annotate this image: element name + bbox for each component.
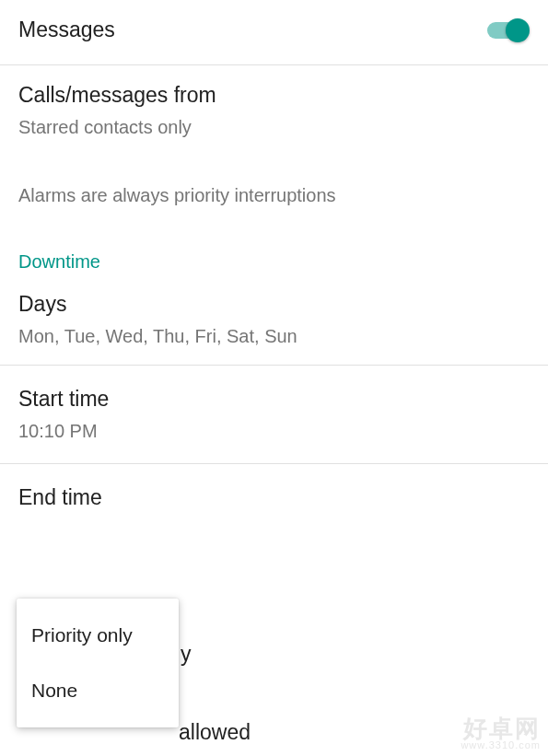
days-row[interactable]: Days Mon, Tue, Wed, Thu, Fri, Sat, Sun <box>0 282 548 366</box>
end-time-title: End time <box>18 484 530 512</box>
messages-row[interactable]: Messages <box>0 0 548 65</box>
watermark-main: 好卓网 <box>461 716 541 740</box>
interruptions-popup: Priority only None <box>17 599 179 727</box>
toggle-thumb <box>506 18 530 42</box>
end-time-row[interactable]: End time <box>0 464 548 529</box>
obscured-text-fragment-2: allowed <box>179 720 251 745</box>
popup-item-none[interactable]: None <box>17 663 179 718</box>
watermark: 好卓网 www.3310.com <box>461 716 541 750</box>
alarms-note: Alarms are always priority interruptions <box>0 156 548 226</box>
messages-label: Messages <box>18 17 115 44</box>
days-subtitle: Mon, Tue, Wed, Thu, Fri, Sat, Sun <box>18 324 530 348</box>
start-time-subtitle: 10:10 PM <box>18 419 530 443</box>
watermark-sub: www.3310.com <box>461 740 541 750</box>
calls-from-title: Calls/messages from <box>18 82 530 110</box>
popup-item-priority-only[interactable]: Priority only <box>17 608 179 663</box>
calls-from-subtitle: Starred contacts only <box>18 115 530 139</box>
start-time-row[interactable]: Start time 10:10 PM <box>0 366 548 464</box>
messages-toggle[interactable] <box>487 17 530 43</box>
obscured-text-fragment-1: y <box>181 642 192 667</box>
days-title: Days <box>18 291 530 319</box>
downtime-header: Downtime <box>0 226 548 282</box>
start-time-title: Start time <box>18 386 530 413</box>
calls-messages-from-row[interactable]: Calls/messages from Starred contacts onl… <box>0 65 548 156</box>
